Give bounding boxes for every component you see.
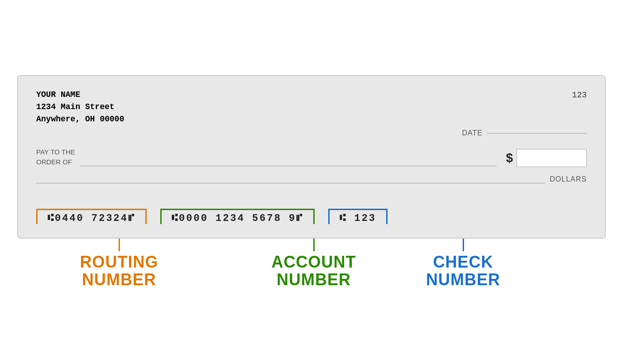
date-label: DATE (462, 129, 483, 137)
check-name: YOUR NAME (36, 89, 124, 101)
account-bracket-segment: ⑆0000 1234 5678 9⑈ (160, 209, 315, 224)
date-line (487, 133, 587, 134)
account-micr-text: ⑆0000 1234 5678 9⑈ (167, 211, 308, 226)
micr-line: ⑆0440 72324⑈ ⑆0000 1234 5678 9⑈ ⑆ 123 (36, 197, 587, 224)
labels-row: ROUTING NUMBER ACCOUNT NUMBER CHECK NUMB… (17, 239, 606, 289)
check-label-segment: CHECK NUMBER (388, 239, 515, 289)
account-bracket: ⑆0000 1234 5678 9⑈ (160, 209, 315, 224)
check-address1: 1234 Main Street (36, 101, 124, 113)
check-bracket-segment: ⑆ 123 (328, 209, 388, 224)
payto-row: PAY TO THEORDER OF $ (36, 147, 587, 167)
dollars-row: DOLLARS (36, 175, 587, 183)
routing-label-segment: ROUTING NUMBER (17, 239, 194, 289)
routing-label: ROUTING NUMBER (80, 253, 158, 289)
check-micr-text: ⑆ 123 (335, 211, 381, 226)
account-connector (313, 239, 315, 251)
payto-line (80, 166, 497, 166)
account-label: ACCOUNT NUMBER (272, 253, 356, 289)
check-address2: Anywhere, OH 00000 (36, 113, 124, 125)
dollars-label: DOLLARS (550, 175, 587, 183)
check-connector (463, 239, 464, 251)
check-label: CHECK NUMBER (426, 253, 500, 289)
routing-micr-text: ⑆0440 72324⑈ (43, 211, 140, 226)
check-number-display: 123 (572, 91, 587, 100)
check-body: YOUR NAME 1234 Main Street Anywhere, OH … (17, 75, 606, 239)
check-bracket: ⑆ 123 (328, 209, 388, 224)
dollar-box: $ (506, 149, 587, 167)
dollars-line (36, 183, 545, 183)
dollar-sign: $ (506, 151, 513, 165)
routing-bracket: ⑆0440 72324⑈ (36, 209, 147, 224)
check-date-row: DATE (36, 129, 587, 137)
routing-bracket-segment: ⑆0440 72324⑈ (36, 209, 147, 224)
check-name-address: YOUR NAME 1234 Main Street Anywhere, OH … (36, 89, 124, 125)
routing-connector (119, 239, 120, 251)
page-container: YOUR NAME 1234 Main Street Anywhere, OH … (17, 75, 615, 289)
account-label-segment: ACCOUNT NUMBER (194, 239, 388, 289)
check-top-row: YOUR NAME 1234 Main Street Anywhere, OH … (36, 89, 587, 125)
amount-box (517, 149, 587, 167)
payto-label: PAY TO THEORDER OF (36, 147, 75, 167)
